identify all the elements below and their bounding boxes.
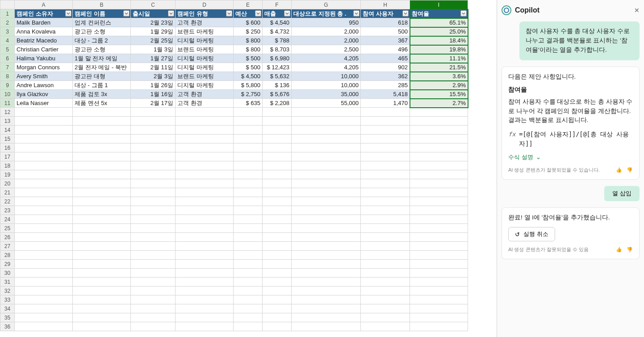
- row-header[interactable]: 23: [0, 206, 15, 215]
- cell[interactable]: [361, 161, 410, 170]
- cell[interactable]: [263, 224, 292, 233]
- filter-dropdown-icon[interactable]: [353, 10, 360, 17]
- cell[interactable]: 15.5%: [410, 90, 468, 99]
- cell[interactable]: [131, 269, 176, 278]
- cell[interactable]: 2월 3일: [131, 72, 176, 81]
- cell[interactable]: [15, 242, 73, 251]
- cell[interactable]: [176, 304, 234, 313]
- row-header[interactable]: 21: [0, 188, 15, 197]
- cell[interactable]: [410, 260, 468, 269]
- cell[interactable]: [15, 224, 73, 233]
- cell[interactable]: 1월 27일: [131, 54, 176, 63]
- cell[interactable]: [131, 179, 176, 188]
- row-header[interactable]: 29: [0, 260, 15, 269]
- cell[interactable]: [234, 206, 263, 215]
- cell[interactable]: $ 800: [234, 45, 263, 54]
- cell[interactable]: 제품 검토 3x: [73, 90, 131, 99]
- cell[interactable]: [410, 304, 468, 313]
- cell[interactable]: [131, 161, 176, 170]
- cell[interactable]: [263, 143, 292, 152]
- cell[interactable]: [73, 215, 131, 224]
- cell[interactable]: 4,205: [292, 63, 361, 72]
- table-header-cell[interactable]: 참여율: [410, 9, 468, 18]
- cell[interactable]: [361, 143, 410, 152]
- cell[interactable]: [263, 179, 292, 188]
- cell[interactable]: [292, 188, 361, 197]
- cell[interactable]: [263, 260, 292, 269]
- cell[interactable]: [234, 161, 263, 170]
- cell[interactable]: 1월 16일: [131, 90, 176, 99]
- table-header-cell[interactable]: 출시일: [131, 9, 176, 18]
- table-header-cell[interactable]: 예산: [234, 9, 263, 18]
- cell[interactable]: [410, 313, 468, 322]
- thumbs-up-icon[interactable]: 👍: [616, 166, 622, 174]
- row-header[interactable]: 8: [0, 72, 15, 81]
- cell[interactable]: [73, 286, 131, 295]
- cell[interactable]: [263, 161, 292, 170]
- cell[interactable]: [176, 295, 234, 304]
- cell[interactable]: [176, 143, 234, 152]
- cell[interactable]: [234, 126, 263, 135]
- undo-button[interactable]: ↺ 실행 취소: [508, 227, 555, 241]
- cell[interactable]: [176, 215, 234, 224]
- cell[interactable]: $ 788: [263, 36, 292, 45]
- cell[interactable]: 2월 전자 메일 - 북반: [73, 63, 131, 72]
- cell[interactable]: [410, 170, 468, 179]
- cell[interactable]: 브랜드 마케팅: [176, 72, 234, 81]
- cell[interactable]: [73, 295, 131, 304]
- cell[interactable]: [410, 224, 468, 233]
- cell[interactable]: [15, 215, 73, 224]
- cell[interactable]: [292, 170, 361, 179]
- cell[interactable]: [176, 224, 234, 233]
- cell[interactable]: [292, 161, 361, 170]
- cell[interactable]: [176, 251, 234, 260]
- cell[interactable]: [234, 322, 263, 331]
- cell[interactable]: [131, 197, 176, 206]
- column-header-E[interactable]: E: [234, 0, 263, 9]
- cell[interactable]: [15, 197, 73, 206]
- cell[interactable]: [234, 313, 263, 322]
- cell[interactable]: [263, 206, 292, 215]
- cell[interactable]: $ 136: [263, 81, 292, 90]
- cell[interactable]: [176, 322, 234, 331]
- filter-dropdown-icon[interactable]: [460, 10, 467, 17]
- row-header[interactable]: 33: [0, 295, 15, 304]
- cell[interactable]: [15, 170, 73, 179]
- cell[interactable]: Andre Lawson: [15, 81, 73, 90]
- cell[interactable]: [410, 322, 468, 331]
- cell[interactable]: [176, 286, 234, 295]
- cell[interactable]: [234, 135, 263, 143]
- cell[interactable]: [131, 278, 176, 286]
- cell[interactable]: Ilya Glazkov: [15, 90, 73, 99]
- row-header[interactable]: 9: [0, 81, 15, 90]
- cell[interactable]: [361, 295, 410, 304]
- column-header-G[interactable]: G: [292, 0, 361, 9]
- cell[interactable]: 2,000: [292, 27, 361, 36]
- cell[interactable]: Christian Cartier: [15, 45, 73, 54]
- cell[interactable]: $ 2,208: [263, 99, 292, 108]
- cell[interactable]: [292, 260, 361, 269]
- cell[interactable]: [410, 251, 468, 260]
- cell[interactable]: [15, 161, 73, 170]
- cell[interactable]: [73, 251, 131, 260]
- cell[interactable]: 디지털 마케팅: [176, 36, 234, 45]
- cell[interactable]: [176, 161, 234, 170]
- cell[interactable]: [15, 108, 73, 117]
- cell[interactable]: [263, 313, 292, 322]
- row-header[interactable]: 36: [0, 322, 15, 331]
- cell[interactable]: [131, 322, 176, 331]
- cell[interactable]: [234, 269, 263, 278]
- cell[interactable]: 21.5%: [410, 63, 468, 72]
- cell[interactable]: [73, 278, 131, 286]
- cell[interactable]: Beatriz Macedo: [15, 36, 73, 45]
- cell[interactable]: [263, 269, 292, 278]
- cell[interactable]: Morgan Connors: [15, 63, 73, 72]
- cell[interactable]: 디지털 마케팅: [176, 54, 234, 63]
- cell[interactable]: [15, 143, 73, 152]
- cell[interactable]: [410, 242, 468, 251]
- cell[interactable]: [361, 242, 410, 251]
- cell[interactable]: [292, 295, 361, 304]
- row-header[interactable]: 1: [0, 9, 15, 18]
- row-header[interactable]: 25: [0, 224, 15, 233]
- cell[interactable]: $ 2,750: [234, 90, 263, 99]
